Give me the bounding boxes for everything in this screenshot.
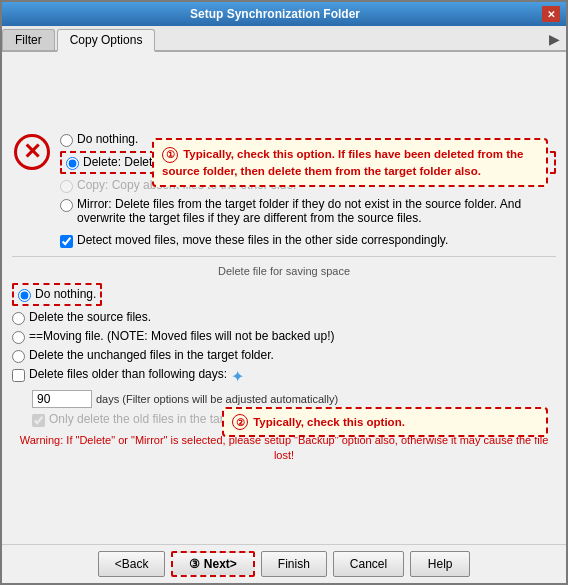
tab-arrow-right[interactable]: ▶ (543, 28, 566, 50)
save-moving-input[interactable] (12, 331, 25, 344)
save-delete-source-input[interactable] (12, 312, 25, 325)
delete-older-checkbox[interactable] (12, 369, 25, 382)
window-title: Setup Synchronization Folder (8, 7, 542, 21)
main-window: Setup Synchronization Folder ✕ Filter Co… (0, 0, 568, 585)
radio-do-nothing-1-label: Do nothing. (77, 132, 138, 146)
x-icon-container: ✕ (12, 132, 52, 172)
radio-do-nothing-1-input[interactable] (60, 134, 73, 147)
radio-mirror-input[interactable] (60, 199, 73, 212)
section-divider (12, 256, 556, 257)
save-section-title: Delete file for saving space (12, 265, 556, 277)
finish-button[interactable]: Finish (261, 551, 327, 577)
warning-text: Warning: If "Delete" or "Mirror" is sele… (16, 433, 552, 464)
tab-bar: Filter Copy Options ▶ (2, 26, 566, 52)
radio-mirror-label: Mirror: Delete files from the target fol… (77, 197, 556, 225)
tooltip2-num: ② (232, 414, 248, 430)
save-radio-group: Do nothing. Delete the source files. ==M… (12, 283, 556, 427)
detect-moved-row: Detect moved files, move these files in … (60, 233, 556, 248)
save-moving-label: ==Moving file. (NOTE: Moved files will n… (29, 329, 334, 343)
x-circle-icon: ✕ (14, 134, 50, 170)
save-delete-unchanged-label: Delete the unchanged files in the target… (29, 348, 274, 362)
tooltip-2: ② Typically, check this option. (222, 407, 548, 437)
content-wrapper: ① Typically, check this option. If files… (12, 132, 556, 464)
tooltip-1: ① Typically, check this option. If files… (152, 138, 548, 187)
save-delete-unchanged: Delete the unchanged files in the target… (12, 348, 556, 363)
radio-mirror: Mirror: Delete files from the target fol… (60, 197, 556, 225)
title-bar: Setup Synchronization Folder ✕ (2, 2, 566, 26)
save-do-nothing-label: Do nothing. (35, 287, 96, 301)
cancel-button[interactable]: Cancel (333, 551, 404, 577)
delete-older-row: Delete files older than following days: … (12, 367, 556, 386)
radio-copy-absent-input[interactable] (60, 180, 73, 193)
back-button[interactable]: <Back (98, 551, 166, 577)
delete-older-label: Delete files older than following days: (29, 367, 227, 381)
save-moving: ==Moving file. (NOTE: Moved files will n… (12, 329, 556, 344)
detect-moved-checkbox[interactable] (60, 235, 73, 248)
help-button[interactable]: Help (410, 551, 470, 577)
save-delete-source: Delete the source files. (12, 310, 556, 325)
next-button[interactable]: ③ Next> (171, 551, 254, 577)
days-input[interactable] (32, 390, 92, 408)
tooltip1-text: Typically, check this option. If files h… (162, 148, 523, 177)
save-do-nothing: Do nothing. (12, 283, 102, 306)
close-button[interactable]: ✕ (542, 6, 560, 22)
days-row: days (Filter options will be adjusted au… (32, 390, 556, 408)
radio-delete-remain-input[interactable] (66, 157, 79, 170)
tooltip2-text: Typically, check this option. (253, 416, 405, 428)
detect-moved-label: Detect moved files, move these files in … (77, 233, 448, 247)
tab-copy-options[interactable]: Copy Options (57, 29, 156, 52)
only-old-checkbox[interactable] (32, 414, 45, 427)
save-delete-source-label: Delete the source files. (29, 310, 151, 324)
tab-filter[interactable]: Filter (2, 29, 55, 50)
save-do-nothing-input[interactable] (18, 289, 31, 302)
bottom-bar: <Back ③ Next> Finish Cancel Help (2, 544, 566, 583)
save-delete-unchanged-input[interactable] (12, 350, 25, 363)
content-area: ① Typically, check this option. If files… (2, 52, 566, 544)
days-suffix-label: days (Filter options will be adjusted au… (96, 393, 338, 405)
tooltip1-num: ① (162, 147, 178, 163)
star-icon: ✦ (231, 367, 244, 386)
